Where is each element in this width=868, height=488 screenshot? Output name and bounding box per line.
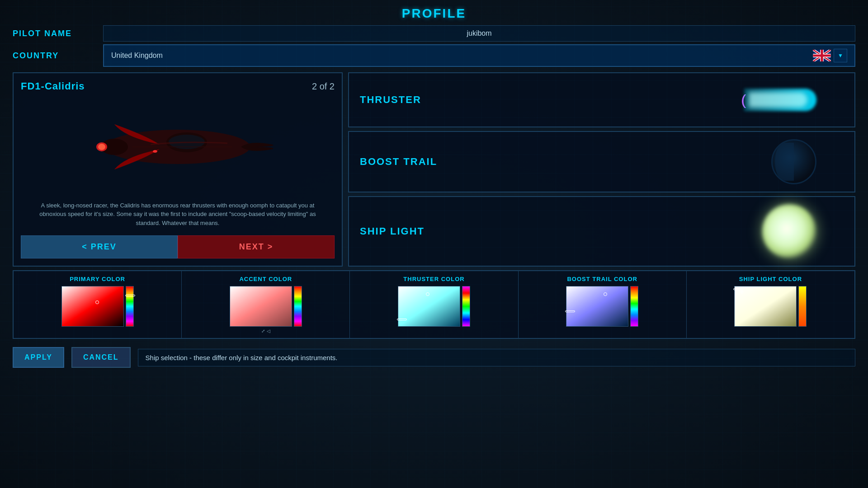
thruster-color-gradient[interactable] [398,286,460,327]
country-value-field[interactable]: United Kingdom ▼ [103,44,855,67]
primary-color-label: PRIMARY COLOR [70,276,125,282]
ship-light-fx [762,204,816,258]
country-dropdown-arrow[interactable]: ▼ [834,49,847,62]
thruster-color-strip[interactable] [462,286,470,327]
ship-light-preview [459,204,844,258]
ship-light-color-section: SHIP LIGHT COLOR [687,271,854,338]
prev-button[interactable]: < PREV [21,235,178,258]
ship-counter: 2 of 2 [312,81,335,92]
ship-light-color-label: SHIP LIGHT COLOR [739,276,802,282]
page-title: PROFILE [0,0,868,25]
boost-trail-label: BOOST TRAIL [360,156,450,168]
accent-color-gradient[interactable] [230,286,292,327]
boost-trail-preview [459,139,844,184]
ship-panel: FD1-Calidris 2 of 2 [13,72,343,267]
ship-description: A sleek, long-nosed racer, the Calidris … [21,197,335,231]
svg-point-6 [98,144,105,150]
thruster-panel: THRUSTER ( ( [348,72,855,127]
boost-trail-color-strip[interactable] [630,286,638,327]
ship-name: FD1-Calidris [21,80,85,92]
cancel-button[interactable]: CANCEL [71,347,131,368]
boost-trail-color-label: BOOST TRAIL COLOR [567,276,637,282]
thruster-beam [744,89,816,111]
flag-icon [813,50,831,61]
thruster-color-section: THRUSTER COLOR [350,271,518,338]
ship-light-panel: SHIP LIGHT [348,196,855,267]
boost-trail-color-widget[interactable] [566,286,638,327]
ship-header: FD1-Calidris 2 of 2 [21,80,335,92]
status-text: Ship selection - these differ only in si… [138,349,855,366]
pilot-name-value[interactable]: jukibom [103,25,855,42]
country-text: United Kingdom [111,52,163,60]
svg-point-7 [153,150,157,153]
accent-expand-icon[interactable]: ⤢ [261,328,265,333]
color-pickers-row: PRIMARY COLOR ACCENT COLOR ⤢ ◁ [13,270,855,339]
ship-image-area [21,97,335,197]
accent-color-section: ACCENT COLOR ⤢ ◁ [182,271,350,338]
thruster-color-label: THRUSTER COLOR [403,276,464,282]
accent-color-widget[interactable] [230,286,302,327]
boost-trail-fx [771,139,816,184]
ship-light-label: SHIP LIGHT [360,225,450,237]
boost-trail-color-section: BOOST TRAIL COLOR [519,271,687,338]
country-label: COUNTRY [13,51,103,61]
accent-arrow: ◁ [267,328,270,333]
bottom-bar: APPLY CANCEL Ship selection - these diff… [13,343,855,372]
boost-trail-color-gradient[interactable] [566,286,628,327]
pilot-name-label: PILOT NAME [13,29,103,38]
accent-color-label: ACCENT COLOR [239,276,292,282]
primary-color-widget[interactable] [61,286,134,327]
right-panels: THRUSTER ( ( BOOST TRAIL SHIP LIGHT [348,72,855,267]
primary-color-strip[interactable] [126,286,134,327]
primary-color-section: PRIMARY COLOR [14,271,182,338]
pilot-name-row: PILOT NAME jukibom [13,25,855,42]
next-button[interactable]: NEXT > [178,235,335,258]
ship-light-color-widget[interactable] [734,286,807,327]
thruster-color-widget[interactable] [398,286,470,327]
primary-color-gradient[interactable] [61,286,124,327]
nav-buttons: < PREV NEXT > [21,235,335,258]
boost-trail-panel: BOOST TRAIL [348,131,855,192]
accent-color-strip[interactable] [294,286,302,327]
ship-light-color-gradient[interactable] [734,286,797,327]
country-row: COUNTRY United Kingdom ▼ [13,44,855,67]
thruster-label: THRUSTER [360,94,450,106]
thruster-preview: ( ( [459,89,844,111]
thruster-fx: ( ( [741,89,816,111]
ship-light-color-strip[interactable] [798,286,807,327]
ship-image [78,99,277,194]
apply-button[interactable]: APPLY [13,347,64,368]
panels-row: FD1-Calidris 2 of 2 [13,72,855,267]
